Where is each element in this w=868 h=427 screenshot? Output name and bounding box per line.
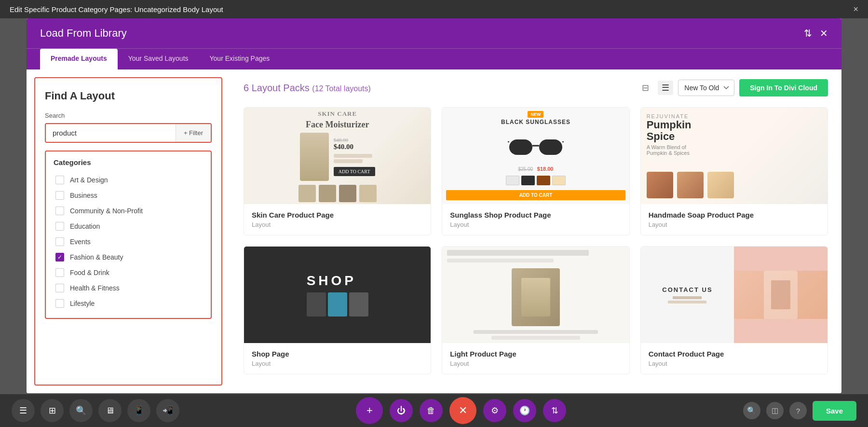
tabs-bar: Premade Layouts Your Saved Layouts Your … [27,48,841,69]
category-label-events: Events [70,238,91,246]
category-check-business [55,191,64,200]
category-business[interactable]: Business [54,188,203,203]
card-title-light: Light Product Page [450,350,621,358]
list-view-button[interactable]: ☰ [658,81,673,95]
category-check-events [55,237,64,246]
modal: Load From Library ⇅ ✕ Premade Layouts Yo… [27,18,841,393]
card-info-light: Light Product Page Layout [442,343,629,374]
category-label-health: Health & Fitness [70,284,120,292]
category-lifestyle[interactable]: Lifestyle [54,296,203,311]
sort-select[interactable]: New To Old Old To New A to Z Z to A [678,80,734,96]
card-title-contact: Contact Product Page [649,350,820,358]
category-fashion[interactable]: ✓ Fashion & Beauty [54,249,203,265]
card-info-contact: Contact Product Page Layout [641,343,827,374]
content-area: 6 Layout Packs (12 Total layouts) ⊟ ☰ Ne… [230,69,841,393]
delete-button[interactable]: 🗑 [420,399,443,422]
sidebar: Find A Layout Search + Filter Categories… [34,77,222,386]
modal-header: Load From Library ⇅ ✕ [27,18,841,48]
category-label-art: Art & Design [70,176,108,184]
category-label-business: Business [70,192,97,199]
card-thumb-contact: CONTACT US [641,247,827,343]
tab-existing[interactable]: Your Existing Pages [199,49,281,69]
category-check-community [55,207,64,215]
modal-title: Load From Library [40,27,127,40]
search-input[interactable] [46,124,176,142]
tablet-button[interactable]: 📱 [127,399,150,422]
category-check-lifestyle [55,299,64,308]
toolbar-center: + ⏻ 🗑 ✕ ⚙ 🕐 ⇅ [356,397,566,424]
card-sub-skincare: Layout [252,221,423,228]
card-thumb-shop: SHOP [244,247,431,343]
modal-body: Find A Layout Search + Filter Categories… [27,69,841,393]
tab-saved[interactable]: Your Saved Layouts [118,49,199,69]
card-title-sunglasses: Sunglass Shop Product Page [450,211,621,219]
layers-button[interactable]: ◫ [766,402,784,419]
category-label-community: Community & Non-Profit [70,207,143,215]
search-button[interactable]: 🔍 [69,399,93,422]
search-row: + Filter [45,123,212,143]
layout-grid: SKIN CARE Face Moisturizer $48.00 $40.00… [244,107,828,374]
mobile-button[interactable]: 📲 [156,399,179,422]
card-sub-contact: Layout [649,360,820,367]
category-community[interactable]: Community & Non-Profit [54,203,203,219]
help-button[interactable]: ? [789,402,807,419]
category-label-lifestyle: Lifestyle [70,300,95,307]
category-food[interactable]: Food & Drink [54,265,203,280]
card-soap[interactable]: REJUVINATE PumpkinSpice A Warm Blend ofP… [640,107,828,235]
card-title-soap: Handmade Soap Product Page [649,211,820,219]
card-thumb-skincare: SKIN CARE Face Moisturizer $48.00 $40.00… [244,108,431,204]
card-contact[interactable]: CONTACT US Contact Pr [640,246,828,374]
add-button[interactable]: + [356,397,383,424]
category-check-fashion: ✓ [55,253,64,262]
layout-count: 6 Layout Packs (12 Total layouts) [244,83,371,94]
modal-close-icon[interactable]: ✕ [820,28,828,39]
close-button[interactable]: ✕ [449,397,476,424]
content-header: 6 Layout Packs (12 Total layouts) ⊟ ☰ Ne… [244,79,828,96]
filter-button[interactable]: + Filter [176,124,211,142]
sections-button[interactable]: ⊞ [41,399,64,422]
category-health[interactable]: Health & Fitness [54,280,203,296]
card-sub-shop: Layout [252,360,423,367]
category-check-art [55,176,64,184]
grid-view-button[interactable]: ⊟ [638,81,653,95]
categories-box: Categories Art & Design Business Communi… [45,151,212,319]
search-label: Search [45,112,212,119]
title-bar-text: Edit Specific Product Category Pages: Un… [10,5,223,14]
desktop-button[interactable]: 🖥 [98,399,122,422]
category-check-health [55,284,64,292]
card-shop[interactable]: SHOP Shop Page Layout [244,246,431,374]
category-education[interactable]: Education [54,219,203,234]
card-light[interactable]: Light Product Page Layout [442,246,629,374]
tab-premade[interactable]: Premade Layouts [40,49,118,69]
categories-title: Categories [54,158,203,166]
card-skincare[interactable]: SKIN CARE Face Moisturizer $48.00 $40.00… [244,107,431,235]
category-events[interactable]: Events [54,234,203,249]
category-art[interactable]: Art & Design [54,172,203,188]
card-info-sunglasses: Sunglass Shop Product Page Layout [442,204,629,235]
category-check-education [55,222,64,231]
card-sub-sunglasses: Layout [450,221,621,228]
toolbar-left: ☰ ⊞ 🔍 🖥 📱 📲 [12,399,179,422]
history-button[interactable]: 🕐 [513,399,536,422]
sidebar-title: Find A Layout [45,90,212,102]
card-thumb-sunglasses: NEW BLACK SUNGLASSES [442,108,629,204]
svg-rect-0 [509,139,532,155]
menu-button[interactable]: ☰ [12,399,35,422]
card-sunglasses[interactable]: NEW BLACK SUNGLASSES [442,107,629,235]
save-button[interactable]: Save [813,401,856,421]
title-bar: Edit Specific Product Category Pages: Un… [0,0,868,18]
settings-button[interactable]: ⚙ [483,399,506,422]
title-bar-close[interactable]: × [853,4,858,14]
card-thumb-light [442,247,629,343]
card-title-skincare: Skin Care Product Page [252,211,423,219]
toolbar-right: 🔍 ◫ ? Save [743,401,856,421]
sort-icon[interactable]: ⇅ [804,28,812,39]
category-label-education: Education [70,222,100,230]
card-info-skincare: Skin Care Product Page Layout [244,204,431,235]
sign-in-button[interactable]: Sign In To Divi Cloud [739,79,828,96]
power-button[interactable]: ⏻ [390,399,413,422]
svg-rect-1 [539,139,562,155]
search-small-button[interactable]: 🔍 [743,402,760,419]
layout-button[interactable]: ⇅ [543,399,566,422]
modal-header-actions: ⇅ ✕ [804,28,828,39]
